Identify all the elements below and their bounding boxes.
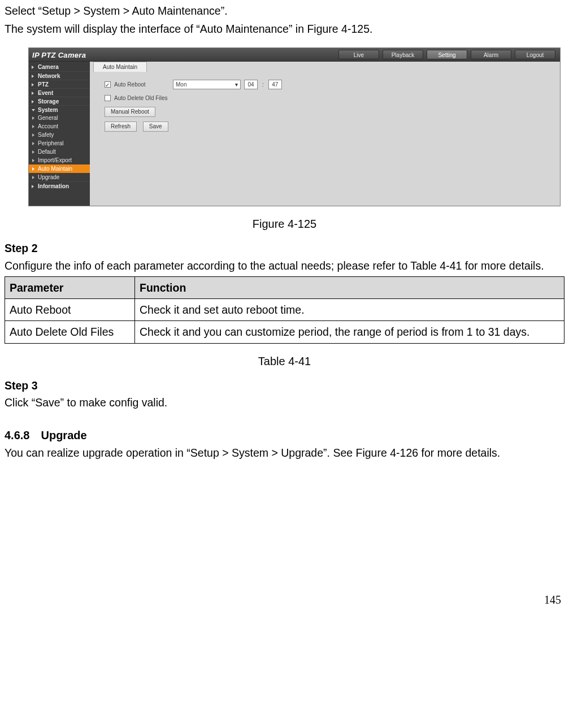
sidebar-item-camera[interactable]: Camera: [29, 63, 90, 71]
tab-setting[interactable]: Setting: [427, 50, 467, 59]
input-reboot-hour[interactable]: 04: [244, 80, 258, 89]
manual-reboot-button[interactable]: Manual Reboot: [105, 107, 155, 117]
table-header-function: Function: [135, 276, 564, 298]
sidebar-sub-general[interactable]: General: [29, 114, 90, 122]
refresh-button[interactable]: Refresh: [105, 122, 137, 132]
parameter-table: Parameter Function Auto Reboot Check it …: [5, 276, 564, 344]
sidebar-sub-safety[interactable]: Safety: [29, 131, 90, 139]
intro-line-2: The system will display the interface of…: [5, 20, 564, 37]
tab-alarm[interactable]: Alarm: [471, 50, 511, 59]
section-heading-upgrade: 4.6.8 Upgrade: [5, 427, 564, 444]
section-body-upgrade: You can realize upgrade operation in “Se…: [5, 444, 564, 461]
sidebar: Camera Network PTZ Event Storage System …: [29, 62, 90, 206]
sidebar-sub-account[interactable]: Account: [29, 122, 90, 131]
table-header-parameter: Parameter: [5, 276, 135, 298]
figure-caption: Figure 4-125: [5, 215, 564, 233]
sidebar-item-event[interactable]: Event: [29, 88, 90, 97]
page-number: 145: [5, 591, 564, 609]
sidebar-sub-upgrade[interactable]: Upgrade: [29, 173, 90, 181]
select-reboot-day[interactable]: Mon: [173, 80, 241, 89]
sidebar-item-storage[interactable]: Storage: [29, 97, 90, 105]
cell-func: Check it and set auto reboot time.: [135, 299, 564, 321]
content-panel: Auto Maintain Auto Reboot Mon 04 : 47: [90, 62, 560, 206]
input-reboot-minute[interactable]: 47: [268, 80, 282, 89]
table-row: Auto Reboot Check it and set auto reboot…: [5, 299, 564, 321]
cell-func: Check it and you can customize period, t…: [135, 321, 564, 343]
label-auto-reboot: Auto Reboot: [114, 80, 170, 89]
screenshot-figure: IP PTZ Camera Live Playback Setting Alar…: [28, 47, 564, 206]
step2-body: Configure the info of each parameter acc…: [5, 257, 564, 274]
cell-param: Auto Reboot: [5, 299, 135, 321]
table-row: Auto Delete Old Files Check it and you c…: [5, 321, 564, 343]
product-logo: IP PTZ Camera: [32, 50, 86, 61]
tab-live[interactable]: Live: [338, 50, 379, 59]
sidebar-sub-auto-maintain[interactable]: Auto Maintain: [29, 164, 90, 173]
content-tab-auto-maintain[interactable]: Auto Maintain: [93, 62, 147, 72]
save-button[interactable]: Save: [143, 122, 168, 132]
sidebar-item-ptz[interactable]: PTZ: [29, 80, 90, 88]
sidebar-sub-import-export[interactable]: Import/Export: [29, 156, 90, 164]
step3-body: Click “Save” to make config valid.: [5, 394, 564, 411]
sidebar-item-network[interactable]: Network: [29, 71, 90, 80]
tab-playback[interactable]: Playback: [383, 50, 423, 59]
tab-logout[interactable]: Logout: [515, 50, 555, 59]
sidebar-item-information[interactable]: Information: [29, 181, 90, 190]
sidebar-item-system[interactable]: System: [29, 105, 90, 114]
step2-heading: Step 2: [5, 240, 564, 257]
step3-heading: Step 3: [5, 377, 564, 394]
checkbox-auto-delete[interactable]: [105, 95, 111, 101]
checkbox-auto-reboot[interactable]: [105, 81, 111, 88]
sidebar-sub-default[interactable]: Default: [29, 148, 90, 156]
cell-param: Auto Delete Old Files: [5, 321, 135, 343]
time-separator: :: [261, 80, 265, 89]
intro-line-1: Select “Setup > System > Auto Maintenanc…: [5, 2, 564, 19]
shot-titlebar: IP PTZ Camera Live Playback Setting Alar…: [29, 48, 560, 62]
label-auto-delete: Auto Delete Old Files: [114, 94, 170, 103]
table-caption: Table 4-41: [5, 353, 564, 370]
sidebar-sub-peripheral[interactable]: Peripheral: [29, 139, 90, 148]
